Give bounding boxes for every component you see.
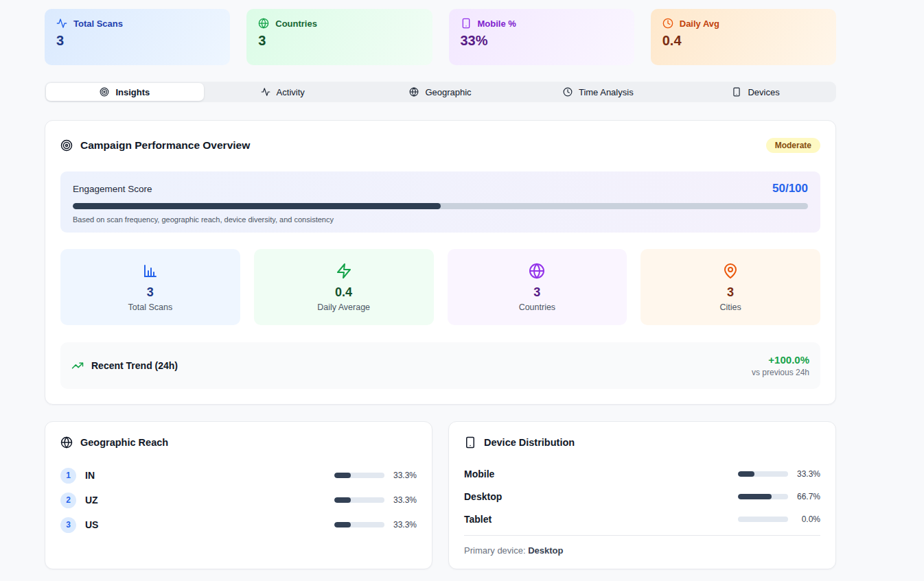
country-percent: 33.3%	[391, 520, 417, 530]
country-percent: 33.3%	[391, 495, 417, 505]
primary-device-label: Primary device:	[464, 545, 526, 556]
map-pin-icon	[722, 263, 739, 279]
device-percent: 0.0%	[794, 514, 820, 524]
tab-insights[interactable]: Insights	[46, 83, 204, 101]
device-row: Mobile 33.3%	[464, 467, 820, 481]
geo-row: 2 UZ 33.3%	[60, 492, 417, 508]
tab-time-analysis[interactable]: Time Analysis	[519, 83, 677, 101]
stat-value: 33%	[461, 33, 623, 49]
page-title: Campaign Performance Overview	[80, 139, 250, 152]
country-bar-fill	[334, 522, 351, 527]
device-bar-fill	[738, 471, 754, 477]
stat-value: 3	[258, 33, 420, 49]
stat-card-countries: Countries 3	[246, 9, 432, 65]
geo-row: 3 US 33.3%	[60, 517, 417, 533]
engagement-progress-fill	[73, 203, 441, 209]
country-bar-fill	[334, 497, 351, 503]
stat-card-daily-avg: Daily Avg 0.4	[651, 9, 836, 65]
panel-title: Device Distribution	[484, 437, 575, 448]
status-badge: Moderate	[766, 138, 820, 153]
device-distribution-panel: Device Distribution Mobile 33.3% Desktop…	[448, 421, 836, 569]
tab-label: Geographic	[425, 87, 471, 97]
stat-label: Mobile %	[478, 19, 516, 29]
engagement-score-panel: Engagement Score 50/100 Based on scan fr…	[60, 171, 820, 233]
mini-stat-label: Daily Average	[317, 303, 370, 312]
mini-stat-countries: 3 Countries	[448, 249, 627, 325]
tab-label: Insights	[115, 87, 150, 97]
stat-card-total-scans: Total Scans 3	[45, 9, 230, 65]
engagement-progress-bar	[73, 203, 808, 209]
device-percent: 33.3%	[794, 469, 820, 479]
mini-stat-value: 3	[147, 285, 154, 300]
stat-value: 3	[56, 33, 218, 49]
globe-icon	[409, 87, 419, 97]
mini-stat-value: 3	[727, 285, 734, 300]
mini-stat-value: 0.4	[335, 285, 352, 300]
smartphone-icon	[732, 87, 741, 97]
mini-stat-cities: 3 Cities	[640, 249, 820, 325]
stat-label: Countries	[275, 19, 317, 29]
zap-icon	[336, 263, 352, 279]
panel-title: Geographic Reach	[80, 437, 168, 448]
mini-stat-grid: 3 Total Scans 0.4 Daily Average 3 Countr…	[60, 249, 820, 325]
stat-value: 0.4	[662, 33, 824, 49]
geographic-reach-panel: Geographic Reach 1 IN 33.3% 2 UZ 33.3% 3…	[45, 421, 432, 569]
device-label: Desktop	[464, 491, 738, 502]
mini-stat-daily-average: 0.4 Daily Average	[254, 249, 434, 325]
country-code: IN	[85, 470, 334, 481]
mini-stat-label: Countries	[519, 303, 556, 312]
country-percent: 33.3%	[391, 471, 417, 480]
primary-device-value: Desktop	[528, 545, 563, 556]
country-bar-fill	[334, 473, 351, 478]
bottom-panels: Geographic Reach 1 IN 33.3% 2 UZ 33.3% 3…	[45, 421, 836, 579]
mini-stat-label: Cities	[719, 303, 741, 312]
tab-devices[interactable]: Devices	[677, 83, 835, 101]
device-row: Desktop 66.7%	[464, 490, 820, 503]
tab-activity[interactable]: Activity	[204, 83, 362, 101]
stat-label: Total Scans	[73, 19, 123, 29]
stat-card-mobile-percent: Mobile % 33%	[449, 9, 634, 65]
clock-icon	[662, 18, 673, 29]
device-bar	[738, 471, 788, 477]
country-bar	[334, 522, 384, 527]
country-bar	[334, 473, 384, 478]
device-label: Tablet	[464, 514, 738, 525]
dashboard: Total Scans 3 Countries 3 Mobile % 33% D…	[45, 0, 836, 579]
tab-label: Time Analysis	[579, 87, 634, 97]
rank-badge: 2	[60, 493, 76, 508]
globe-icon	[258, 18, 269, 29]
tab-geographic[interactable]: Geographic	[362, 83, 520, 101]
activity-icon	[56, 18, 67, 29]
country-code: US	[85, 519, 334, 530]
trend-value: +100.0%	[752, 354, 809, 366]
engagement-caption: Based on scan frequency, geographic reac…	[73, 215, 808, 224]
tab-bar: Insights Activity Geographic Time Analys…	[45, 82, 836, 102]
geo-row: 1 IN 33.3%	[60, 467, 417, 484]
stat-label: Daily Avg	[680, 19, 719, 29]
device-bar	[738, 517, 788, 522]
mini-stat-total-scans: 3 Total Scans	[60, 249, 240, 325]
trend-sub: vs previous 24h	[752, 368, 809, 377]
mini-stat-value: 3	[533, 285, 540, 300]
target-icon	[60, 139, 73, 152]
country-code: UZ	[85, 495, 334, 506]
clock-icon	[563, 87, 573, 97]
smartphone-icon	[461, 18, 472, 29]
rank-badge: 1	[60, 468, 76, 484]
stat-card-row: Total Scans 3 Countries 3 Mobile % 33% D…	[45, 9, 836, 65]
recent-trend-label: Recent Trend (24h)	[91, 360, 178, 371]
globe-icon	[60, 436, 73, 449]
engagement-score-label: Engagement Score	[73, 184, 152, 194]
device-label: Mobile	[464, 469, 738, 479]
bar-chart-icon	[142, 263, 159, 279]
device-bar-fill	[738, 494, 772, 499]
campaign-performance-card: Campaign Performance Overview Moderate E…	[45, 120, 836, 405]
trending-up-icon	[71, 359, 84, 372]
tab-label: Devices	[748, 87, 779, 97]
device-bar	[738, 494, 788, 499]
rank-badge: 3	[60, 517, 76, 533]
recent-trend-row: Recent Trend (24h) +100.0% vs previous 2…	[60, 342, 820, 389]
mini-stat-label: Total Scans	[128, 303, 173, 312]
country-bar	[334, 497, 384, 503]
device-percent: 66.7%	[794, 492, 820, 501]
